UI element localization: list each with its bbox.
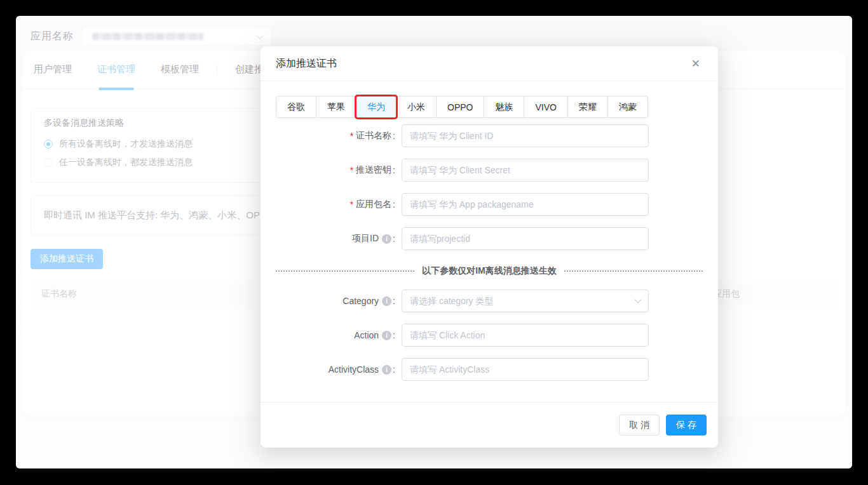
im-offline-divider: 以下参数仅对IM离线消息推送生效	[276, 262, 703, 281]
platform-tab-google[interactable]: 谷歌	[276, 96, 316, 118]
dotted-line	[276, 270, 414, 272]
label-text: 应用包名	[356, 199, 391, 210]
package-name-input[interactable]	[402, 193, 649, 216]
platform-tab-honor[interactable]: 荣耀	[568, 96, 608, 118]
colon: :	[393, 364, 395, 375]
platform-label: 苹果	[327, 102, 345, 113]
platform-label: 华为	[367, 102, 385, 113]
field-label: Action i :	[276, 330, 402, 340]
activity-class-input[interactable]	[402, 358, 649, 381]
platform-tab-apple[interactable]: 苹果	[316, 96, 356, 118]
colon: :	[393, 165, 395, 175]
field-label: 项目ID i :	[276, 233, 402, 244]
platform-tab-vivo[interactable]: VIVO	[524, 96, 567, 118]
platform-tab-xiaomi[interactable]: 小米	[397, 96, 437, 118]
platform-tab-meizu[interactable]: 魅族	[484, 96, 524, 118]
required-mark: *	[350, 165, 353, 175]
info-icon[interactable]: i	[382, 365, 391, 375]
category-select-wrap	[402, 289, 649, 312]
field-label: ActivityClass i :	[276, 364, 402, 375]
colon: :	[393, 131, 395, 141]
category-select[interactable]	[402, 289, 649, 312]
form-row-cert-name: * 证书名称 :	[276, 124, 703, 147]
modal-body: 谷歌 苹果 华为 小米 OPPO 魅族 VIVO 荣耀 鸿蒙 * 证书名称	[261, 81, 718, 381]
platform-label: 小米	[407, 102, 425, 113]
platform-label: VIVO	[535, 102, 556, 112]
project-id-input[interactable]	[402, 227, 649, 250]
label-text: ActivityClass	[329, 364, 379, 375]
label-text: 项目ID	[352, 233, 379, 244]
field-label: Category i :	[276, 296, 402, 306]
colon: :	[393, 234, 395, 244]
form-row-action: Action i :	[276, 324, 703, 347]
required-mark: *	[350, 199, 353, 209]
field-label: * 证书名称 :	[276, 130, 402, 142]
modal-title: 添加推送证书	[276, 57, 337, 70]
modal-header: 添加推送证书 ✕	[261, 46, 718, 81]
platform-label: OPPO	[447, 102, 473, 112]
field-label: * 推送密钥 :	[276, 164, 402, 176]
label-text: Category	[342, 296, 379, 306]
modal-footer: 取 消 保 存	[261, 402, 718, 448]
label-text: 推送密钥	[356, 164, 391, 176]
label-text: Action	[354, 330, 379, 340]
colon: :	[393, 199, 395, 209]
dotted-line	[564, 270, 703, 272]
close-icon: ✕	[691, 58, 700, 70]
action-input[interactable]	[402, 324, 649, 347]
platform-tab-oppo[interactable]: OPPO	[437, 96, 484, 118]
info-icon[interactable]: i	[382, 234, 391, 244]
divider-text: 以下参数仅对IM离线消息推送生效	[422, 265, 557, 277]
platform-tab-harmony[interactable]: 鸿蒙	[608, 96, 648, 118]
info-icon[interactable]: i	[382, 331, 391, 340]
form-row-category: Category i :	[276, 289, 703, 312]
field-label: * 应用包名 :	[276, 199, 402, 210]
colon: :	[393, 330, 395, 340]
form-row-project-id: 项目ID i :	[276, 227, 703, 250]
info-icon[interactable]: i	[382, 296, 391, 306]
platform-tab-huawei[interactable]: 华为	[356, 96, 397, 118]
save-button[interactable]: 保 存	[666, 415, 707, 435]
form-row-push-secret: * 推送密钥 :	[276, 159, 703, 182]
cert-form: * 证书名称 : * 推送密钥 : *	[276, 124, 703, 381]
add-cert-modal: 添加推送证书 ✕ 谷歌 苹果 华为 小米 OPPO 魅族 VIVO 荣耀 鸿蒙	[261, 46, 718, 448]
label-text: 证书名称	[356, 130, 391, 142]
cancel-button[interactable]: 取 消	[619, 415, 660, 435]
push-secret-input[interactable]	[402, 159, 649, 182]
form-row-activity-class: ActivityClass i :	[276, 358, 703, 381]
close-button[interactable]: ✕	[689, 56, 703, 72]
cert-name-input[interactable]	[402, 124, 649, 147]
platform-label: 荣耀	[579, 102, 597, 113]
platform-label: 魅族	[495, 102, 513, 113]
platform-label: 鸿蒙	[619, 102, 637, 113]
platform-tab-group: 谷歌 苹果 华为 小米 OPPO 魅族 VIVO 荣耀 鸿蒙	[276, 96, 648, 118]
required-mark: *	[350, 131, 353, 141]
page-background: 应用名称 用户管理 证书管理 模板管理 创建推送	[16, 16, 852, 468]
platform-label: 谷歌	[287, 102, 305, 113]
form-row-package-name: * 应用包名 :	[276, 193, 703, 216]
colon: :	[393, 296, 395, 306]
